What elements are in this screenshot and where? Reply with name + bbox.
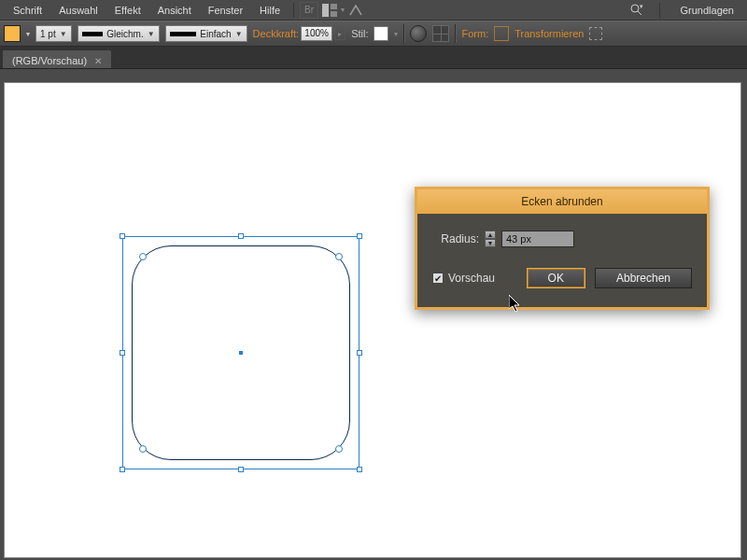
svg-rect-1 <box>331 4 337 9</box>
brush-preview-icon <box>170 32 197 36</box>
workspace-switcher[interactable]: Grundlagen <box>673 2 742 19</box>
radius-label: Radius: <box>432 232 479 245</box>
option-separator <box>455 24 456 43</box>
style-label: Stil: <box>351 28 368 39</box>
opacity-menu-icon[interactable]: ▸ <box>334 28 345 40</box>
chevron-down-icon: ▼ <box>148 30 155 38</box>
menu-effekt[interactable]: Effekt <box>107 2 148 19</box>
round-corners-dialog: Ecken abrunden Radius: ▲ ▼ ✔ Vorschau OK… <box>415 187 710 310</box>
rounded-rectangle-shape[interactable] <box>132 245 350 460</box>
options-bar: ▾ 1 pt ▼ Gleichm. ▼ Einfach ▼ Deckkraft:… <box>0 21 747 47</box>
menu-schrift[interactable]: Schrift <box>6 2 49 19</box>
menu-hilfe[interactable]: Hilfe <box>252 2 288 19</box>
menu-ansicht[interactable]: Ansicht <box>150 2 199 19</box>
corner-widget-icon[interactable] <box>335 445 343 453</box>
brush-profile-dropdown[interactable]: Einfach ▼ <box>165 25 247 42</box>
corner-widget-icon[interactable] <box>139 445 147 453</box>
resize-handle[interactable] <box>238 467 244 472</box>
spinner-down-icon[interactable]: ▼ <box>485 239 496 247</box>
svg-rect-0 <box>322 4 329 17</box>
menu-separator <box>659 3 660 18</box>
radius-input[interactable] <box>501 231 574 247</box>
resize-handle[interactable] <box>357 467 362 472</box>
menu-separator <box>293 3 294 18</box>
search-icon[interactable]: ▾ <box>627 2 646 19</box>
ok-button[interactable]: OK <box>527 268 585 288</box>
resize-handle[interactable] <box>120 233 125 239</box>
stroke-profile-dropdown[interactable]: Gleichm. ▼ <box>78 25 160 42</box>
svg-text:▾: ▾ <box>640 3 643 9</box>
menu-bar: Schrift Auswahl Effekt Ansicht Fenster H… <box>0 0 747 21</box>
stroke-width-value: 1 pt <box>40 29 56 39</box>
document-tab-title: (RGB/Vorschau) <box>12 55 87 66</box>
canvas-area <box>0 69 747 560</box>
stroke-preview-icon <box>82 32 104 36</box>
menu-auswahl[interactable]: Auswahl <box>51 2 106 19</box>
svg-rect-2 <box>331 11 337 17</box>
corner-widget-icon[interactable] <box>139 253 147 260</box>
resize-handle[interactable] <box>120 467 125 472</box>
align-panel-icon[interactable] <box>432 25 449 42</box>
close-tab-icon[interactable]: ✕ <box>94 56 102 66</box>
stroke-width-dropdown[interactable]: 1 pt ▼ <box>35 25 72 42</box>
resize-handle[interactable] <box>357 233 362 239</box>
svg-point-3 <box>631 5 639 12</box>
resize-handle[interactable] <box>357 350 362 356</box>
brush-profile-label: Einfach <box>200 29 231 39</box>
graphic-style-swatch[interactable] <box>374 26 388 41</box>
gpu-icon[interactable] <box>346 2 365 19</box>
svg-line-4 <box>638 11 641 15</box>
artboard[interactable] <box>4 82 741 558</box>
fill-color-swatch[interactable] <box>4 25 21 42</box>
selection-bounding-box[interactable] <box>122 236 359 469</box>
shape-properties-icon[interactable] <box>494 26 509 41</box>
chevron-down-icon: ▼ <box>235 30 243 38</box>
opacity-label[interactable]: Deckkraft: <box>253 28 300 39</box>
preview-checkbox-label: Vorschau <box>448 272 495 285</box>
menu-fenster[interactable]: Fenster <box>201 2 250 19</box>
dialog-title[interactable]: Ecken abrunden <box>417 189 707 214</box>
option-separator <box>403 24 404 43</box>
opacity-value-field[interactable]: 100% <box>301 26 332 41</box>
preview-checkbox[interactable]: ✔ Vorschau <box>432 272 495 285</box>
recolor-artwork-icon[interactable] <box>410 25 427 42</box>
stroke-profile-label: Gleichm. <box>106 29 143 39</box>
arrange-documents-icon[interactable] <box>320 2 339 19</box>
shape-label[interactable]: Form: <box>461 28 488 39</box>
bridge-icon[interactable]: Br <box>300 2 318 19</box>
chevron-down-icon: ▼ <box>60 30 67 38</box>
document-tab[interactable]: (RGB/Vorschau) ✕ <box>2 49 112 68</box>
radius-spinner[interactable]: ▲ ▼ <box>485 231 496 247</box>
transform-label[interactable]: Transformieren <box>514 28 584 39</box>
resize-handle[interactable] <box>238 233 244 239</box>
document-tab-strip: (RGB/Vorschau) ✕ <box>0 47 747 69</box>
transform-panel-icon[interactable] <box>589 27 602 40</box>
checkbox-check-icon: ✔ <box>432 273 444 284</box>
spinner-up-icon[interactable]: ▲ <box>485 231 496 239</box>
resize-handle[interactable] <box>120 350 125 356</box>
cancel-button[interactable]: Abbrechen <box>595 268 692 288</box>
corner-widget-icon[interactable] <box>335 253 343 260</box>
